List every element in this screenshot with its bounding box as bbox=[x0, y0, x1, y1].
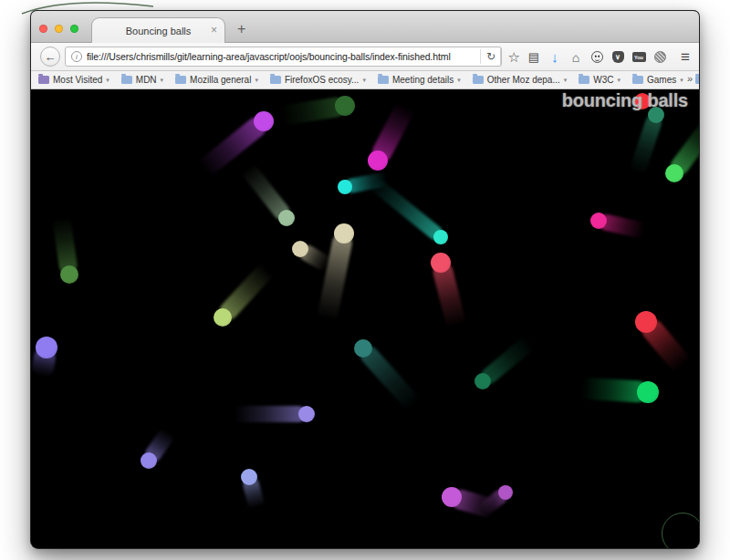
extension-icon[interactable] bbox=[652, 48, 667, 67]
ball bbox=[141, 452, 157, 469]
folder-icon bbox=[632, 76, 643, 84]
chevron-down-icon: ▾ bbox=[680, 77, 683, 84]
canvas: bouncing balls bbox=[31, 89, 699, 549]
bookmark-item[interactable]: Mozilla general▾ bbox=[175, 75, 258, 85]
ball-trail bbox=[363, 172, 445, 243]
bookmark-item[interactable]: Most Visited▾ bbox=[38, 75, 110, 85]
download-icon[interactable]: ↓ bbox=[548, 48, 562, 67]
bookmark-label: Meeting details bbox=[392, 75, 454, 85]
ball bbox=[241, 469, 257, 485]
bookmark-label: Other Moz depa... bbox=[487, 75, 560, 85]
chevron-down-icon: ▾ bbox=[457, 77, 461, 84]
menu-icon[interactable]: ≡ bbox=[679, 48, 694, 67]
youtube-icon[interactable]: You bbox=[631, 48, 646, 67]
bookmark-label: Mozilla general bbox=[190, 75, 251, 85]
ball bbox=[368, 150, 388, 171]
ball bbox=[498, 485, 513, 500]
bookmark-item[interactable]: W3C▾ bbox=[579, 75, 620, 85]
bookmark-item[interactable]: FirefoxOS ecosy...▾ bbox=[270, 75, 366, 85]
folder-icon bbox=[270, 76, 281, 84]
ball bbox=[338, 180, 352, 194]
bookmarks-overflow-chevron[interactable]: » bbox=[687, 73, 693, 84]
chevron-down-icon: ▾ bbox=[362, 77, 366, 84]
ball bbox=[665, 164, 683, 182]
bookmark-label: MDN bbox=[136, 75, 157, 85]
ball bbox=[298, 406, 315, 422]
ball bbox=[254, 111, 274, 131]
back-arrow-icon: ← bbox=[45, 50, 57, 64]
url-bar[interactable]: i file:///Users/chrismills/git/learning-… bbox=[65, 47, 502, 67]
chevron-down-icon: ▾ bbox=[106, 77, 110, 84]
bookmark-label: Games bbox=[647, 75, 676, 85]
zoom-window-button[interactable] bbox=[70, 25, 78, 33]
chevron-down-icon: ▾ bbox=[618, 77, 621, 84]
url-text[interactable]: file:///Users/chrismills/git/learning-ar… bbox=[87, 51, 476, 62]
feedback-smiley-icon[interactable] bbox=[589, 48, 604, 67]
ball bbox=[36, 337, 57, 358]
back-button[interactable]: ← bbox=[40, 47, 60, 67]
bookmark-item[interactable]: Other Moz depa...▾ bbox=[473, 75, 568, 85]
ball bbox=[442, 487, 462, 507]
titlebar: Bouncing balls × + bbox=[31, 11, 699, 43]
page-title: bouncing balls bbox=[562, 90, 688, 111]
ball bbox=[334, 223, 354, 244]
folder-icon bbox=[121, 76, 132, 84]
reload-icon[interactable]: ↻ bbox=[480, 49, 497, 64]
ball bbox=[431, 253, 451, 273]
ball-trail bbox=[229, 406, 307, 422]
bookmark-item[interactable]: Meeting details▾ bbox=[378, 75, 461, 85]
ball bbox=[354, 339, 372, 358]
ball bbox=[278, 210, 295, 226]
ball bbox=[637, 381, 659, 403]
folder-icon bbox=[38, 76, 49, 84]
pocket-icon[interactable]: ∨ bbox=[610, 48, 625, 67]
chevron-down-icon: ▾ bbox=[161, 77, 164, 84]
smiley-face-icon bbox=[591, 51, 603, 63]
bookmarks-toolbar: Most Visited▾MDN▾Mozilla general▾Firefox… bbox=[31, 71, 699, 89]
bottom-green-line bbox=[31, 548, 699, 549]
navigation-toolbar: ← i file:///Users/chrismills/git/learnin… bbox=[31, 43, 699, 71]
bookmark-label: W3C bbox=[593, 75, 613, 85]
bookmark-item[interactable]: Games▾ bbox=[632, 75, 683, 85]
page-info-icon[interactable]: i bbox=[71, 51, 82, 62]
corner-green-glow bbox=[662, 513, 699, 549]
ball-trail bbox=[316, 232, 354, 327]
folder-icon bbox=[695, 76, 699, 84]
ball bbox=[474, 373, 491, 389]
ball bbox=[335, 96, 355, 116]
bookmark-label: FirefoxOS ecosy... bbox=[285, 75, 360, 85]
ball bbox=[590, 213, 607, 229]
bookmark-star-icon[interactable]: ☆ bbox=[500, 48, 520, 67]
close-window-button[interactable] bbox=[39, 25, 47, 33]
new-tab-button[interactable]: + bbox=[234, 19, 249, 39]
home-icon[interactable]: ⌂ bbox=[568, 48, 583, 67]
bookmark-item[interactable]: MDN▾ bbox=[121, 75, 163, 85]
ball bbox=[292, 241, 308, 257]
chevron-down-icon: ▾ bbox=[564, 77, 568, 84]
folder-icon bbox=[378, 76, 389, 84]
folder-icon bbox=[579, 76, 589, 84]
toolbar-icons: ☆ ▤ ↓ ⌂ ∨ You ≡ bbox=[500, 43, 694, 71]
tab-close-icon[interactable]: × bbox=[211, 24, 217, 36]
folder-icon bbox=[175, 76, 186, 84]
reading-list-icon[interactable]: ▤ bbox=[527, 48, 541, 67]
tab-title: Bouncing balls bbox=[126, 26, 192, 36]
bookmark-label: Most Visited bbox=[53, 75, 102, 85]
minimize-window-button[interactable] bbox=[55, 25, 63, 33]
folder-icon bbox=[473, 76, 484, 84]
chevron-down-icon: ▾ bbox=[255, 77, 258, 84]
tab-bouncing-balls[interactable]: Bouncing balls × bbox=[91, 17, 225, 43]
browser-window: Bouncing balls × + ← i file:///Users/chr… bbox=[30, 10, 700, 549]
ball bbox=[214, 308, 232, 327]
ball bbox=[60, 265, 78, 284]
ball bbox=[433, 230, 448, 244]
ball bbox=[635, 311, 657, 333]
bookmark-item[interactable]: django-stuff▾ bbox=[695, 75, 699, 85]
